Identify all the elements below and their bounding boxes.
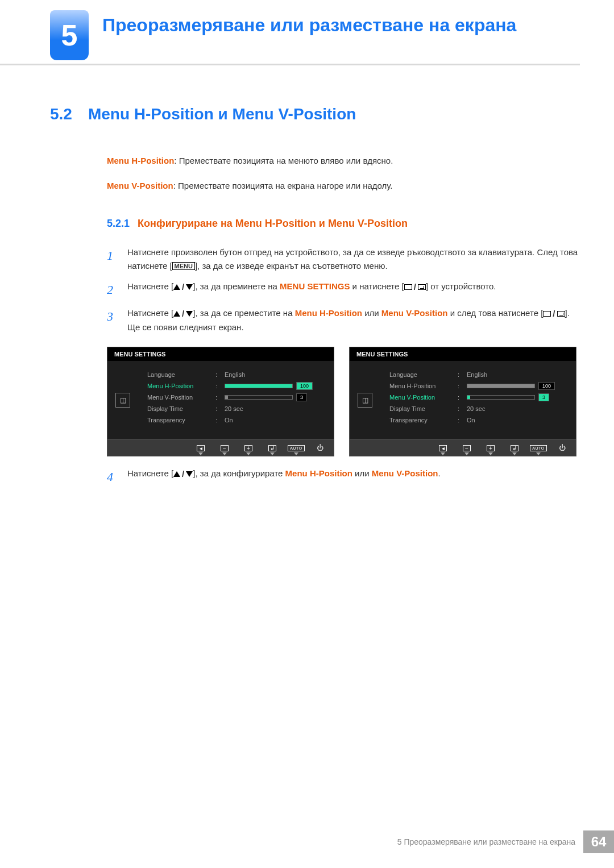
osd-btn-auto: AUTO <box>533 443 544 453</box>
source-enter-icon: / <box>404 280 426 294</box>
up-down-icon: / <box>173 467 193 481</box>
hpos-keyword: Menu H-Position <box>285 468 352 478</box>
subsection-heading: 5.2.1Конфигуриране на Menu H-Position и … <box>107 218 580 230</box>
step-3-text-b: ], за да се преместите на <box>193 308 294 318</box>
osd-btn-power-icon: ⏻ <box>557 443 568 453</box>
osd-row-hposition: Menu H-Position: 100 <box>389 380 568 392</box>
osd-side-icon: ◫ <box>358 393 372 408</box>
step-4-body: Натиснете [/], за да конфигурирате Menu … <box>127 467 580 487</box>
osd-title: MENU SETTINGS <box>107 347 334 361</box>
source-icon <box>543 311 551 317</box>
osd-row-hposition: Menu H-Position: 100 <box>147 380 326 392</box>
enter-icon <box>418 284 426 290</box>
osd-btn-enter-icon: ↲ <box>509 443 520 453</box>
osd-btn-minus-icon: − <box>219 443 230 453</box>
definition-hposition-text: : Премествате позицията на менюто вляво … <box>174 156 393 165</box>
subsection-title: Конфигуриране на Menu H-Position и Menu … <box>138 218 408 229</box>
step-1: 1 Натиснете произволен бутон отпред на у… <box>107 246 580 273</box>
osd-row-vposition: Menu V-Position: 3 <box>389 392 568 403</box>
subsection-number: 5.2.1 <box>107 218 130 229</box>
osd-body: ◫ Language:English Menu H-Position: 100 … <box>350 361 576 439</box>
up-down-icon: / <box>173 280 193 294</box>
arrow-up-icon <box>173 284 180 290</box>
section-number: 5.2 <box>50 105 72 123</box>
vpos-keyword: Menu V-Position <box>381 308 448 318</box>
source-icon <box>404 284 412 290</box>
slider-track-icon <box>225 384 293 388</box>
arrow-down-icon <box>186 471 193 477</box>
step-2-number: 2 <box>107 280 117 300</box>
arrow-down-icon <box>186 284 193 290</box>
steps-list-continued: 4 Натиснете [/], за да конфигурирате Men… <box>107 467 580 487</box>
osd-btn-plus-icon: + <box>485 443 496 453</box>
step-1-body: Натиснете произволен бутон отпред на уст… <box>127 246 580 273</box>
osd-row-displaytime: Display Time:20 sec <box>389 403 568 414</box>
osd-body: ◫ Language:English Menu H-Position: 100 … <box>107 361 334 439</box>
osd-row-vposition: Menu V-Position: 3 <box>147 392 326 403</box>
osd-btn-back-icon: ◂ <box>437 443 449 453</box>
definition-vposition: Menu V-Position: Премествате позицията н… <box>107 179 580 193</box>
slider-fill-icon <box>467 384 534 388</box>
step-2: 2 Натиснете [/], за да преминете на MENU… <box>107 280 580 300</box>
slider-fill-icon <box>225 396 228 399</box>
step-2-text-c: и натиснете [ <box>350 281 404 291</box>
section-title: Menu H-Position и Menu V-Position <box>88 105 356 123</box>
step-1-text-b: ], за да се изведе екранът на съответнот… <box>195 261 388 271</box>
slider-value: 100 <box>538 382 555 390</box>
footer-text: 5 Преоразмеряване или разместване на екр… <box>397 837 583 846</box>
arrow-down-icon <box>186 311 193 317</box>
osd-btn-back-icon: ◂ <box>195 443 206 453</box>
step-3-text-c: и след това натиснете [ <box>448 308 544 318</box>
step-3: 3 Натиснете [/], за да се преместите на … <box>107 306 580 334</box>
step-4-text-a: Натиснете [ <box>127 468 173 478</box>
step-1-number: 1 <box>107 246 117 273</box>
step-4-text-b: ], за да конфигурирате <box>193 468 285 478</box>
osd-button-bar: ◂ − + ↲ AUTO ⏻ <box>350 439 576 456</box>
hpos-keyword: Menu H-Position <box>295 308 362 318</box>
osd-btn-plus-icon: + <box>243 443 254 453</box>
step-2-text-b: ], за да преминете на <box>193 281 280 291</box>
section: 5.2 Menu H-Position и Menu V-Position Me… <box>0 65 614 487</box>
definition-vposition-text: : Премествате позицията на екрана нагоре… <box>173 181 393 190</box>
osd-btn-enter-icon: ↲ <box>267 443 278 453</box>
step-4-end: . <box>438 468 440 478</box>
footer-page-number: 64 <box>583 830 614 853</box>
slider-value: 3 <box>296 393 307 401</box>
step-4-mid: или <box>352 468 372 478</box>
osd-panel-vposition: MENU SETTINGS ◫ Language:English Menu H-… <box>349 347 576 456</box>
chapter-number-badge: 5 <box>50 10 89 60</box>
osd-row-transparency: Transparency:On <box>389 414 568 426</box>
osd-side-icon: ◫ <box>115 393 130 408</box>
osd-row-language: Language:English <box>389 369 568 380</box>
osd-row-transparency: Transparency:On <box>147 414 326 426</box>
slider-track-icon <box>467 384 535 388</box>
osd-btn-power-icon: ⏻ <box>314 443 326 453</box>
slider-value: 100 <box>296 382 313 390</box>
slider-fill-icon <box>467 396 470 399</box>
steps-list: 1 Натиснете произволен бутон отпред на у… <box>107 246 580 334</box>
slider-track-icon <box>467 395 535 400</box>
osd-btn-minus-icon: − <box>461 443 472 453</box>
definition-hposition: Menu H-Position: Премествате позицията н… <box>107 154 580 168</box>
vpos-keyword: Menu V-Position <box>372 468 438 478</box>
osd-screenshots: MENU SETTINGS ◫ Language:English Menu H-… <box>107 347 580 456</box>
osd-btn-auto: AUTO <box>291 443 302 453</box>
term-hposition: Menu H-Position <box>107 156 174 165</box>
osd-button-bar: ◂ − + ↲ AUTO ⏻ <box>107 439 334 456</box>
step-3-mid: или <box>362 308 381 318</box>
step-4-number: 4 <box>107 467 117 487</box>
term-vposition: Menu V-Position <box>107 181 173 190</box>
page-footer: 5 Преоразмеряване или разместване на екр… <box>397 830 614 853</box>
osd-row-language: Language:English <box>147 369 326 380</box>
osd-panel-hposition: MENU SETTINGS ◫ Language:English Menu H-… <box>107 347 334 456</box>
slider-fill-icon <box>225 384 292 388</box>
arrow-up-icon <box>173 471 180 477</box>
step-2-text-a: Натиснете [ <box>127 281 173 291</box>
osd-row-displaytime: Display Time:20 sec <box>147 403 326 414</box>
osd-title: MENU SETTINGS <box>350 347 576 361</box>
chapter-title: Преоразмеряване или разместване на екран… <box>102 10 516 36</box>
step-3-number: 3 <box>107 306 117 334</box>
up-down-icon: / <box>173 307 193 321</box>
menu-button-label: MENU <box>172 262 195 270</box>
slider-track-icon <box>225 395 293 400</box>
